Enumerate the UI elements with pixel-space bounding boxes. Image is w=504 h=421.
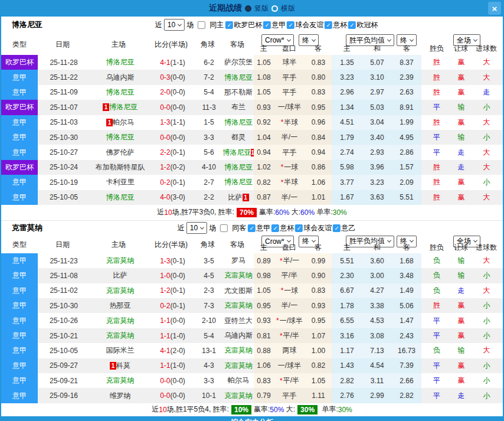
corners: 4-10	[195, 160, 223, 175]
summary-segment: 近	[157, 207, 164, 217]
odds-home: 0.95	[254, 298, 274, 313]
team-label: 克雷莫纳	[224, 270, 253, 280]
league-checkbox[interactable]: ✓	[248, 224, 256, 232]
result-outcome: 胜	[421, 115, 452, 130]
goals-outcome: 小	[470, 175, 503, 190]
odds-away: 0.93	[305, 298, 332, 313]
col-result: 胜负	[430, 44, 444, 54]
col-date: 日期	[55, 39, 70, 49]
match-date: 25-09-16	[38, 388, 90, 403]
handicap: 一/球半	[274, 100, 305, 115]
goals-outcome: 小	[470, 388, 503, 403]
handicap-outcome: 输	[452, 343, 470, 358]
home-team: 热那亚	[90, 298, 150, 313]
team-label: 博洛尼亚	[222, 148, 251, 158]
full-time-score: 4-1	[160, 58, 170, 67]
league-checkbox[interactable]: ✓	[225, 21, 233, 29]
half-time-score: (1-1)	[171, 58, 185, 67]
league-checkbox[interactable]: ✓	[287, 21, 294, 29]
odds-away: 1.05	[305, 373, 332, 388]
half-time-score: (0-0)	[171, 391, 185, 400]
mean-home: 2.96	[332, 85, 362, 100]
result-outcome: 平	[421, 313, 452, 328]
score: 0-3(0-0)	[150, 70, 195, 84]
match-row: 意甲25-10-30博洛尼亚0-0(0-0)3-3都灵1.04半/一0.841.…	[1, 130, 503, 145]
score: 0-0(0-0)	[150, 130, 195, 145]
same-away-label: 同客	[232, 223, 246, 233]
mean-away: 1.68	[392, 253, 421, 268]
goals-outcome: 小	[470, 100, 503, 115]
odds-away: 1.06	[305, 175, 332, 190]
league-badge: 意甲	[1, 328, 38, 343]
score: 4-1(1-1)	[150, 55, 195, 70]
mean-home: 2.74	[332, 145, 362, 159]
team2-filter-bar: 克雷莫纳 近 10 场 同客 ✓意甲✓意杯✓球会友谊✓意乙	[1, 220, 503, 236]
team1-filters: 近 10 场 同主 ✓欧罗巴杯✓意甲✓球会友谊✓意杯✓欧冠杯	[155, 19, 378, 31]
score: 1-0(0-0)	[150, 268, 195, 283]
mean-select[interactable]: 胜平负均值	[346, 34, 394, 46]
home-team: 1科莫	[90, 358, 150, 373]
mean-away: 3.48	[392, 268, 421, 283]
league-badge: 意甲	[1, 313, 38, 328]
handicap-label: 平手	[283, 391, 297, 401]
league-checkbox[interactable]: ✓	[263, 21, 271, 29]
vertical-view-radio[interactable]	[245, 5, 251, 12]
mean-away: 8.91	[392, 100, 421, 115]
same-home-checkbox[interactable]	[198, 21, 205, 29]
team-label: 克雷莫纳	[106, 316, 135, 326]
league-label: 球会友谊	[303, 223, 332, 233]
games-count-select[interactable]: 10	[164, 19, 185, 31]
same-away-checkbox[interactable]	[220, 224, 228, 232]
away-team: 博洛尼亚	[223, 160, 254, 175]
handicap-label: 一/球半	[280, 316, 303, 326]
team-label: 博洛尼亚	[224, 73, 253, 83]
corners: 3-5	[195, 253, 223, 268]
half-time-score: (2-0)	[171, 347, 185, 355]
match-row: 意甲25-09-21克雷莫纳0-0(0-0)3-3帕尔马0.83*平/半1.05…	[1, 373, 503, 388]
result-outcome: 平	[421, 145, 452, 159]
handicap-outcome: 赢	[452, 115, 470, 130]
goals-outcome: 大	[470, 343, 503, 358]
handicap-label: 平手	[283, 87, 297, 97]
goals-outcome: 小	[470, 328, 503, 343]
horizontal-view-radio[interactable]	[271, 5, 278, 12]
mean-draw: 3.38	[362, 298, 392, 313]
odds-away: 0.94	[305, 145, 332, 159]
games-count-select[interactable]: 10	[186, 222, 207, 234]
close-button[interactable]: ×	[488, 2, 501, 15]
mean-select[interactable]: 胜平负均值	[346, 236, 394, 247]
team-label: 佛罗伦萨	[106, 148, 135, 158]
half-time-score: (0-0)	[171, 73, 185, 81]
league-checkbox[interactable]: ✓	[348, 21, 356, 29]
league-checkbox[interactable]: ✓	[325, 21, 332, 29]
league-checkbox[interactable]: ✓	[295, 224, 303, 232]
full-time-score: 0-0	[160, 103, 170, 112]
odds-home: 1.02	[254, 160, 274, 175]
score: 0-2(0-1)	[150, 298, 195, 313]
league-badge: 意甲	[1, 373, 38, 388]
near-label: 近	[155, 20, 162, 30]
league-badge: 意甲	[1, 358, 38, 373]
col-odds-home: 主	[260, 243, 267, 253]
full-time-score: 4-0	[160, 193, 170, 201]
away-team: 博洛尼亚1	[223, 145, 254, 159]
result-outcome: 胜	[421, 70, 452, 84]
team1-summary: 近10场,胜7平3负0, 胜率:70%赢率:60% 大:60% 单率:30%	[1, 205, 503, 220]
mean-draw: 3.63	[362, 190, 392, 205]
away-team: 那不勒斯	[223, 85, 254, 100]
summary-segment: 大:	[284, 404, 295, 415]
col-mean-away: 客	[403, 243, 410, 253]
half-time-score: (0-0)	[171, 272, 185, 280]
mean-away: 4.95	[392, 130, 421, 145]
corners: 7-3	[195, 298, 223, 313]
handicap-outcome: 走	[452, 388, 470, 403]
odds-home: 0.93	[254, 100, 274, 115]
league-checkbox[interactable]: ✓	[271, 224, 279, 232]
match-date: 25-10-19	[38, 175, 90, 190]
goals-outcome: 走	[470, 85, 503, 100]
mean-draw: 4.54	[362, 358, 392, 373]
league-checkbox[interactable]: ✓	[333, 224, 341, 232]
goals-outcome: 大	[470, 70, 503, 84]
result-outcome: 平	[421, 100, 452, 115]
away-team: 尤文图斯	[223, 283, 254, 298]
